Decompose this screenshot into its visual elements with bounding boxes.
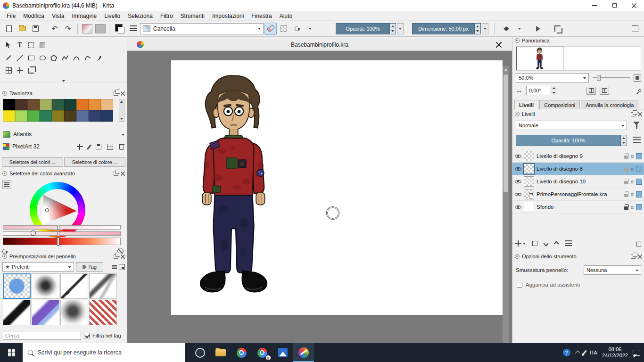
transform-tool[interactable]	[25, 40, 37, 50]
alpha-lock-icon[interactable]	[631, 204, 634, 210]
lock-icon[interactable]	[624, 181, 628, 184]
pin-docker-icon[interactable]	[638, 89, 642, 92]
minimize-button[interactable]	[585, 0, 604, 11]
palette-swatch[interactable]	[76, 99, 89, 110]
pen-icon[interactable]	[582, 350, 587, 355]
brush-preset-pencil[interactable]	[89, 273, 117, 299]
palette-swatch[interactable]	[89, 110, 101, 122]
smoothing-dropdown[interactable]: Nessuna	[584, 265, 641, 275]
color-history-bar-2[interactable]	[3, 231, 121, 236]
tab-annulla-cronologia[interactable]: Annulla la cronologia	[581, 100, 638, 109]
visibility-eye-icon[interactable]	[515, 191, 521, 197]
polyline-tool[interactable]	[59, 52, 71, 63]
tab-color-selector-2[interactable]: Selettore di colore ...	[64, 157, 125, 167]
float-docker-icon[interactable]	[114, 255, 118, 259]
brush-size-spinner[interactable]	[474, 24, 480, 34]
crop-tool[interactable]	[25, 65, 37, 76]
add-color-button[interactable]	[77, 144, 83, 150]
float-docker-icon[interactable]	[114, 172, 118, 176]
menu-filtro[interactable]: Filtro	[157, 12, 177, 20]
polygon-tool[interactable]	[48, 52, 59, 63]
tab-composizioni[interactable]: Composizioni	[539, 100, 580, 109]
palette-swatch[interactable]	[40, 99, 52, 110]
palette-swatch[interactable]	[64, 110, 76, 122]
undo-button[interactable]	[49, 23, 61, 35]
brush-preset-texture[interactable]	[89, 300, 117, 325]
menu-aiuto[interactable]: Aiuto	[276, 12, 296, 20]
palette-swatch[interactable]	[3, 99, 15, 110]
menu-strumenti[interactable]: Strumenti	[177, 12, 208, 20]
menu-finestra[interactable]: Finestra	[248, 12, 275, 20]
palette-view-button[interactable]	[107, 144, 113, 150]
edit-palette-button[interactable]	[87, 144, 91, 149]
close-docker-icon[interactable]	[121, 91, 125, 96]
layer-filter-icon[interactable]	[633, 122, 640, 125]
reload-preset-dropdown[interactable]	[304, 23, 316, 35]
text-tool[interactable]	[14, 40, 25, 50]
trim-button[interactable]	[551, 23, 563, 35]
color-history-bar-1[interactable]	[3, 225, 121, 230]
tab-livelli[interactable]: Livelli	[514, 100, 538, 109]
brush-size-dropdown[interactable]	[482, 23, 488, 34]
vertical-scrollbar[interactable]	[503, 66, 509, 350]
ellipse-tool[interactable]	[37, 52, 48, 63]
reload-preset-button[interactable]	[291, 23, 303, 35]
float-docker-icon[interactable]	[114, 91, 118, 96]
brush-search-input[interactable]	[3, 331, 81, 340]
layer-row-background[interactable]: Sfondo	[512, 201, 644, 214]
dynamic-brush-tool[interactable]	[93, 52, 105, 63]
inherit-alpha-icon[interactable]	[636, 166, 642, 172]
palette-swatch[interactable]	[27, 99, 40, 110]
rotation-spinner[interactable]	[551, 86, 557, 95]
alpha-lock-icon[interactable]	[631, 178, 634, 185]
visibility-eye-icon[interactable]	[515, 178, 521, 185]
brush-preset-charcoal[interactable]	[60, 300, 88, 325]
fit-canvas-button[interactable]	[634, 74, 641, 82]
filter-in-tag-checkbox[interactable]	[84, 333, 90, 338]
brush-editor-button[interactable]	[127, 23, 139, 35]
save-button[interactable]	[29, 23, 41, 35]
menu-seleziona[interactable]: Seleziona	[124, 12, 157, 20]
zoom-slider-handle[interactable]	[597, 75, 601, 81]
toolbox-collapse-handle[interactable]	[0, 79, 127, 82]
shade-gradient-bar[interactable]	[3, 238, 121, 245]
line-tool[interactable]	[14, 52, 25, 63]
taskbar-krita-button[interactable]	[293, 343, 314, 362]
brush-preset-soft[interactable]	[32, 273, 59, 299]
visibility-eye-icon[interactable]	[515, 153, 521, 159]
workspace-chooser-button[interactable]	[629, 23, 641, 35]
taskbar-photos-button[interactable]	[272, 343, 293, 362]
menu-livello[interactable]: Livello	[100, 12, 124, 20]
vertical-scroll-handle[interactable]	[504, 74, 508, 192]
taskbar-explorer-button[interactable]	[210, 343, 231, 362]
palette-swatch[interactable]	[40, 110, 52, 122]
inherit-alpha-icon[interactable]	[636, 153, 642, 159]
freehand-path-tool[interactable]	[82, 52, 93, 63]
inherit-alpha-icon[interactable]	[636, 204, 642, 210]
taskbar-browser-button[interactable]	[190, 343, 210, 362]
palette-scrollbar[interactable]	[119, 99, 124, 122]
taskbar-search-input[interactable]	[38, 349, 180, 356]
close-docker-icon[interactable]	[121, 255, 125, 259]
close-docker-icon[interactable]	[638, 255, 642, 259]
duplicate-layer-button[interactable]	[532, 241, 537, 246]
delete-palette-button[interactable]	[119, 143, 124, 150]
menu-immagine[interactable]: Immagine	[68, 12, 101, 20]
blend-mode-dropdown[interactable]: Normale	[516, 121, 627, 130]
zoom-dropdown[interactable]: 50,0%	[516, 73, 589, 82]
menu-impostazioni[interactable]: Impostazioni	[208, 12, 248, 20]
notifications-icon[interactable]	[633, 350, 640, 356]
layer-menu-icon[interactable]	[633, 137, 641, 143]
new-document-button[interactable]	[3, 23, 15, 35]
hue-marker[interactable]	[31, 231, 35, 235]
tag-filter-dropdown[interactable]: Preferiti	[2, 262, 74, 272]
wraparound-button[interactable]	[533, 23, 545, 35]
brush-size-slider[interactable]: Dimensione: 50,00 px	[412, 23, 481, 34]
brush-preset-marker[interactable]	[3, 300, 31, 325]
language-indicator[interactable]: ITA	[590, 350, 597, 355]
select-shapes-tool[interactable]	[3, 40, 14, 50]
alpha-lock-icon[interactable]	[631, 153, 634, 159]
brush-preset-eraser[interactable]	[3, 273, 31, 299]
start-button[interactable]	[0, 343, 23, 362]
layer-row[interactable]: Livello di disegno 9	[512, 150, 644, 163]
